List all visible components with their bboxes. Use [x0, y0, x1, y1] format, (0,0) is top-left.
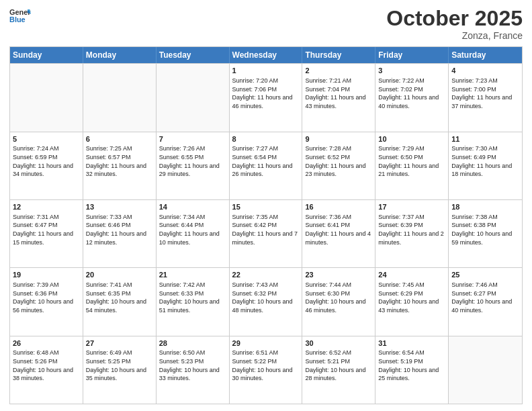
day-5: 5Sunrise: 7:24 AMSunset: 6:59 PMDaylight…: [10, 132, 83, 199]
day-3: 3Sunrise: 7:22 AMSunset: 7:02 PMDaylight…: [375, 64, 449, 131]
day-19: 19Sunrise: 7:39 AMSunset: 6:36 PMDayligh…: [10, 268, 83, 335]
day-info: Sunrise: 7:27 AMSunset: 6:54 PMDaylight:…: [232, 144, 300, 178]
day-info: Sunrise: 7:38 AMSunset: 6:38 PMDaylight:…: [451, 213, 519, 246]
day-info: Sunrise: 7:45 AMSunset: 6:29 PMDaylight:…: [378, 281, 445, 314]
day-number: 8: [232, 134, 300, 144]
week-row-2: 5Sunrise: 7:24 AMSunset: 6:59 PMDaylight…: [10, 132, 522, 199]
day-18: 18Sunrise: 7:38 AMSunset: 6:38 PMDayligh…: [449, 200, 522, 267]
header: General Blue October 2025 Zonza, France: [9, 7, 523, 41]
week-row-3: 12Sunrise: 7:31 AMSunset: 6:47 PMDayligh…: [10, 199, 522, 267]
day-number: 24: [378, 270, 445, 280]
day-info: Sunrise: 7:22 AMSunset: 7:02 PMDaylight:…: [378, 77, 445, 110]
title-block: October 2025 Zonza, France: [386, 7, 523, 41]
header-saturday: Saturday: [449, 47, 522, 63]
day-info: Sunrise: 6:54 AMSunset: 5:19 PMDaylight:…: [378, 349, 445, 382]
header-monday: Monday: [83, 47, 157, 63]
day-number: 11: [451, 134, 519, 144]
location: Zonza, France: [386, 30, 523, 41]
day-29: 29Sunrise: 6:51 AMSunset: 5:22 PMDayligh…: [230, 336, 303, 404]
day-number: 22: [232, 270, 300, 280]
day-info: Sunrise: 7:44 AMSunset: 6:30 PMDaylight:…: [305, 281, 372, 314]
day-info: Sunrise: 6:52 AMSunset: 5:21 PMDaylight:…: [305, 349, 372, 382]
day-30: 30Sunrise: 6:52 AMSunset: 5:21 PMDayligh…: [302, 336, 375, 404]
day-number: 15: [232, 202, 300, 212]
day-11: 11Sunrise: 7:30 AMSunset: 6:49 PMDayligh…: [449, 132, 522, 199]
day-2: 2Sunrise: 7:21 AMSunset: 7:04 PMDaylight…: [302, 64, 375, 131]
day-info: Sunrise: 7:29 AMSunset: 6:50 PMDaylight:…: [378, 144, 445, 178]
day-23: 23Sunrise: 7:44 AMSunset: 6:30 PMDayligh…: [302, 268, 375, 335]
header-thursday: Thursday: [302, 47, 375, 63]
day-number: 6: [86, 134, 153, 144]
day-number: 31: [378, 338, 445, 349]
day-number: 2: [305, 66, 372, 76]
header-sunday: Sunday: [10, 47, 83, 63]
day-info: Sunrise: 6:51 AMSunset: 5:22 PMDaylight:…: [232, 349, 300, 382]
day-info: Sunrise: 7:42 AMSunset: 6:33 PMDaylight:…: [159, 281, 226, 314]
day-14: 14Sunrise: 7:34 AMSunset: 6:44 PMDayligh…: [157, 200, 230, 267]
day-info: Sunrise: 7:37 AMSunset: 6:39 PMDaylight:…: [378, 213, 445, 246]
day-number: 19: [13, 270, 80, 280]
day-info: Sunrise: 7:39 AMSunset: 6:36 PMDaylight:…: [13, 281, 80, 314]
day-number: 20: [86, 270, 153, 280]
day-number: 5: [13, 134, 80, 144]
day-number: 3: [378, 66, 445, 76]
day-number: 28: [159, 338, 226, 349]
day-info: Sunrise: 7:26 AMSunset: 6:55 PMDaylight:…: [159, 144, 226, 178]
calendar-body: 1Sunrise: 7:20 AMSunset: 7:06 PMDaylight…: [10, 63, 522, 404]
day-number: 16: [305, 202, 372, 212]
day-15: 15Sunrise: 7:35 AMSunset: 6:42 PMDayligh…: [230, 200, 303, 267]
day-22: 22Sunrise: 7:43 AMSunset: 6:32 PMDayligh…: [230, 268, 303, 335]
day-number: 13: [86, 202, 153, 212]
day-number: 7: [159, 134, 226, 144]
day-17: 17Sunrise: 7:37 AMSunset: 6:39 PMDayligh…: [375, 200, 449, 267]
day-info: Sunrise: 6:50 AMSunset: 5:23 PMDaylight:…: [159, 349, 226, 382]
day-info: Sunrise: 7:31 AMSunset: 6:47 PMDaylight:…: [13, 213, 80, 246]
day-13: 13Sunrise: 7:33 AMSunset: 6:46 PMDayligh…: [83, 200, 157, 267]
day-4: 4Sunrise: 7:23 AMSunset: 7:00 PMDaylight…: [449, 64, 522, 131]
calendar-header: Sunday Monday Tuesday Wednesday Thursday…: [10, 47, 522, 63]
day-info: Sunrise: 6:49 AMSunset: 5:25 PMDaylight:…: [86, 349, 153, 382]
day-info: Sunrise: 7:33 AMSunset: 6:46 PMDaylight:…: [86, 213, 153, 246]
day-number: 1: [232, 66, 300, 76]
day-28: 28Sunrise: 6:50 AMSunset: 5:23 PMDayligh…: [157, 336, 230, 404]
day-10: 10Sunrise: 7:29 AMSunset: 6:50 PMDayligh…: [375, 132, 449, 199]
day-info: Sunrise: 7:25 AMSunset: 6:57 PMDaylight:…: [86, 144, 153, 178]
day-20: 20Sunrise: 7:41 AMSunset: 6:35 PMDayligh…: [83, 268, 157, 335]
day-number: 29: [232, 338, 300, 349]
day-number: 25: [451, 270, 519, 280]
day-info: Sunrise: 7:24 AMSunset: 6:59 PMDaylight:…: [13, 144, 80, 178]
day-number: 26: [13, 338, 80, 349]
logo: General Blue: [9, 7, 31, 26]
day-number: 21: [159, 270, 226, 280]
day-number: 30: [305, 338, 372, 349]
page: General Blue October 2025 Zonza, France …: [0, 0, 532, 411]
week-row-1: 1Sunrise: 7:20 AMSunset: 7:06 PMDaylight…: [10, 63, 522, 131]
day-number: 12: [13, 202, 80, 212]
day-1: 1Sunrise: 7:20 AMSunset: 7:06 PMDaylight…: [230, 64, 303, 131]
day-7: 7Sunrise: 7:26 AMSunset: 6:55 PMDaylight…: [157, 132, 230, 199]
day-info: Sunrise: 7:23 AMSunset: 7:00 PMDaylight:…: [451, 77, 519, 110]
day-9: 9Sunrise: 7:28 AMSunset: 6:52 PMDaylight…: [302, 132, 375, 199]
day-31: 31Sunrise: 6:54 AMSunset: 5:19 PMDayligh…: [375, 336, 449, 404]
day-info: Sunrise: 6:48 AMSunset: 5:26 PMDaylight:…: [13, 349, 80, 382]
day-info: Sunrise: 7:36 AMSunset: 6:41 PMDaylight:…: [305, 213, 372, 246]
day-info: Sunrise: 7:21 AMSunset: 7:04 PMDaylight:…: [305, 77, 372, 110]
week-row-4: 19Sunrise: 7:39 AMSunset: 6:36 PMDayligh…: [10, 267, 522, 335]
day-info: Sunrise: 7:34 AMSunset: 6:44 PMDaylight:…: [159, 213, 226, 246]
logo-icon: General Blue: [9, 7, 31, 26]
header-wednesday: Wednesday: [230, 47, 303, 63]
day-number: 14: [159, 202, 226, 212]
day-6: 6Sunrise: 7:25 AMSunset: 6:57 PMDaylight…: [83, 132, 157, 199]
day-12: 12Sunrise: 7:31 AMSunset: 6:47 PMDayligh…: [10, 200, 83, 267]
week-row-5: 26Sunrise: 6:48 AMSunset: 5:26 PMDayligh…: [10, 336, 522, 404]
day-number: 23: [305, 270, 372, 280]
day-8: 8Sunrise: 7:27 AMSunset: 6:54 PMDaylight…: [230, 132, 303, 199]
day-16: 16Sunrise: 7:36 AMSunset: 6:41 PMDayligh…: [302, 200, 375, 267]
day-number: 17: [378, 202, 445, 212]
svg-text:Blue: Blue: [9, 15, 26, 24]
day-24: 24Sunrise: 7:45 AMSunset: 6:29 PMDayligh…: [375, 268, 449, 335]
empty-cell: [10, 64, 83, 131]
day-21: 21Sunrise: 7:42 AMSunset: 6:33 PMDayligh…: [157, 268, 230, 335]
calendar: Sunday Monday Tuesday Wednesday Thursday…: [9, 46, 523, 404]
day-number: 18: [451, 202, 519, 212]
